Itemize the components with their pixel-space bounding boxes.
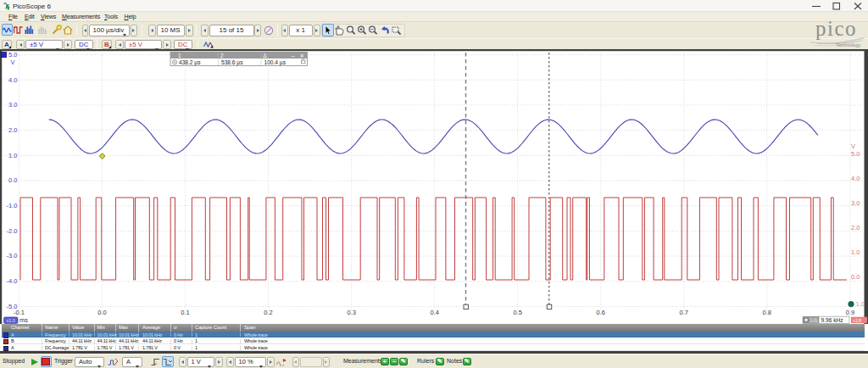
svg-text:-1.0: -1.0 — [7, 202, 18, 209]
svg-text:0.2: 0.2 — [264, 309, 272, 316]
svg-text:V: V — [851, 142, 855, 150]
svg-text:0.7: 0.7 — [680, 309, 688, 316]
svg-text:-2.0: -2.0 — [7, 227, 18, 235]
svg-text:0.5: 0.5 — [513, 309, 521, 316]
svg-text:0.0: 0.0 — [851, 273, 860, 281]
svg-text:-3.0: -3.0 — [7, 252, 18, 259]
svg-text:-0.1: -0.1 — [14, 309, 25, 316]
svg-text:0.4: 0.4 — [430, 309, 438, 316]
svg-text:–: – — [292, 53, 295, 59]
svg-text:4.0: 4.0 — [8, 76, 17, 84]
svg-text:0.9: 0.9 — [846, 309, 854, 316]
svg-text:4.0: 4.0 — [851, 175, 860, 182]
svg-text:x1/8: x1/8 — [853, 318, 861, 323]
svg-text:1/Δ: 1/Δ — [810, 317, 818, 323]
svg-text:x1.0: x1.0 — [6, 318, 14, 323]
svg-text:2: 2 — [220, 53, 224, 59]
svg-text:1.0: 1.0 — [851, 248, 860, 256]
svg-text:0.8: 0.8 — [763, 309, 771, 316]
svg-text:0.6: 0.6 — [597, 309, 605, 316]
svg-text:9.96 kHz: 9.96 kHz — [821, 317, 843, 323]
svg-text:1.0: 1.0 — [856, 300, 865, 308]
svg-text:✕: ✕ — [300, 53, 304, 59]
svg-text:0.0: 0.0 — [8, 176, 17, 184]
svg-text:3.0: 3.0 — [851, 199, 860, 207]
svg-text:1.0: 1.0 — [8, 152, 17, 159]
svg-text:3.0: 3.0 — [8, 101, 17, 109]
svg-text:2.0: 2.0 — [8, 126, 17, 134]
svg-text:538.6 µs: 538.6 µs — [221, 59, 243, 66]
svg-text:2.0: 2.0 — [851, 224, 860, 231]
svg-text:V: V — [10, 59, 14, 66]
svg-text:5.0: 5.0 — [851, 150, 860, 158]
svg-text:0.0: 0.0 — [97, 309, 106, 316]
svg-text:438.2 µs: 438.2 µs — [179, 59, 201, 66]
svg-text:5.0: 5.0 — [8, 51, 17, 59]
svg-text:0.1: 0.1 — [181, 309, 189, 316]
svg-text:1: 1 — [178, 53, 181, 59]
svg-text:0.3: 0.3 — [347, 309, 355, 316]
svg-text:-4.0: -4.0 — [7, 277, 18, 285]
svg-text:100.4 µs: 100.4 µs — [264, 59, 287, 66]
